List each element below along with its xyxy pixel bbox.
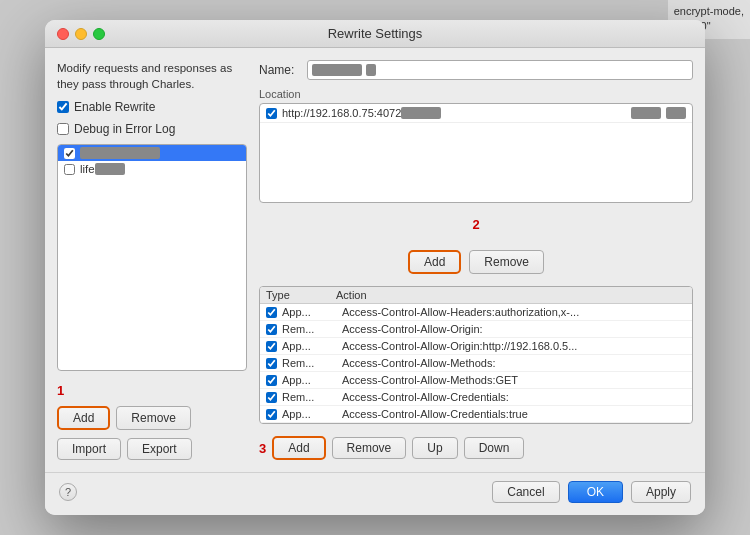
action-table: Type Action App... Access-Control-Allow-… [259,286,693,424]
action-checkbox-3[interactable] [266,358,277,369]
close-button[interactable] [57,28,69,40]
action-row-4[interactable]: App... Access-Control-Allow-Methods:GET [260,372,692,389]
action-row-5[interactable]: Rem... Access-Control-Allow-Credentials: [260,389,692,406]
action-type-1: Rem... [282,323,337,335]
action-value-0: Access-Control-Allow-Headers:authorizati… [342,306,686,318]
action-row-0[interactable]: App... Access-Control-Allow-Headers:auth… [260,304,692,321]
location-checkbox-1[interactable] [266,108,277,119]
location-add-button[interactable]: Add [408,250,461,274]
label-number-3: 3 [259,441,266,456]
location-url-1: http://192.168.0.75:4072 [282,107,626,119]
left-remove-button[interactable]: Remove [116,406,191,430]
action-value-3: Access-Control-Allow-Methods: [342,357,686,369]
rule-list: life [57,144,247,371]
location-extra-1 [631,107,661,119]
action-checkbox-0[interactable] [266,307,277,318]
action-type-4: App... [282,374,337,386]
header-action: Action [336,289,686,301]
action-type-5: Rem... [282,391,337,403]
left-add-remove-row: Add Remove [57,406,247,430]
action-value-2: Access-Control-Allow-Origin:http://192.1… [342,340,686,352]
action-value-4: Access-Control-Allow-Methods:GET [342,374,686,386]
action-table-header: Type Action [260,287,692,304]
action-remove-button[interactable]: Remove [332,437,407,459]
maximize-button[interactable] [93,28,105,40]
location-section: Location http://192.168.0.75:4072 [259,88,693,203]
action-add-button[interactable]: Add [272,436,325,460]
rule-checkbox-2[interactable] [64,164,75,175]
help-button[interactable]: ? [59,483,77,501]
right-panel: Name: Location http://192.168.0.75:4072 [259,60,693,460]
window-title: Rewrite Settings [328,26,423,41]
enable-rewrite-checkbox[interactable] [57,101,69,113]
dialog-window: Rewrite Settings Modify requests and res… [45,20,705,515]
rule-item-2[interactable]: life [58,161,246,177]
action-type-3: Rem... [282,357,337,369]
action-down-button[interactable]: Down [464,437,525,459]
action-value-6: Access-Control-Allow-Credentials:true [342,408,686,420]
action-checkbox-2[interactable] [266,341,277,352]
action-checkbox-5[interactable] [266,392,277,403]
location-row-1[interactable]: http://192.168.0.75:4072 [260,104,692,123]
debug-log-label: Debug in Error Log [74,122,175,136]
location-remove-button[interactable]: Remove [469,250,544,274]
location-header: Location [259,88,693,100]
description-text: Modify requests and responses as they pa… [57,60,247,92]
action-checkbox-1[interactable] [266,324,277,335]
left-add-button[interactable]: Add [57,406,110,430]
rule-item-1[interactable] [58,145,246,161]
location-table: http://192.168.0.75:4072 [259,103,693,203]
action-row-6[interactable]: App... Access-Control-Allow-Credentials:… [260,406,692,423]
left-import-export-row: Import Export [57,438,247,460]
name-value-blurred2 [366,64,376,76]
left-import-button[interactable]: Import [57,438,121,460]
dialog-footer: ? Cancel OK Apply [45,472,705,515]
dialog-body: Modify requests and responses as they pa… [45,48,705,472]
bottom-action-row: 3 Add Remove Up Down [259,436,693,460]
location-add-remove-row: Add Remove [259,250,693,274]
enable-rewrite-label: Enable Rewrite [74,100,155,114]
action-value-5: Access-Control-Allow-Credentials: [342,391,686,403]
action-checkbox-6[interactable] [266,409,277,420]
label-number-1: 1 [57,383,247,398]
action-row-1[interactable]: Rem... Access-Control-Allow-Origin: [260,321,692,338]
location-extra-2 [666,107,686,119]
ok-button[interactable]: OK [568,481,623,503]
action-row-3[interactable]: Rem... Access-Control-Allow-Methods: [260,355,692,372]
titlebar: Rewrite Settings [45,20,705,48]
action-type-6: App... [282,408,337,420]
debug-log-row[interactable]: Debug in Error Log [57,122,247,136]
apply-button[interactable]: Apply [631,481,691,503]
minimize-button[interactable] [75,28,87,40]
name-label: Name: [259,63,299,77]
header-type: Type [266,289,336,301]
mid-number: 2 [259,211,693,238]
enable-rewrite-row[interactable]: Enable Rewrite [57,100,247,114]
action-checkbox-4[interactable] [266,375,277,386]
name-value-blurred [312,64,362,76]
rule-checkbox-1[interactable] [64,148,75,159]
name-field-row: Name: [259,60,693,80]
action-row-2[interactable]: App... Access-Control-Allow-Origin:http:… [260,338,692,355]
left-export-button[interactable]: Export [127,438,192,460]
action-value-1: Access-Control-Allow-Origin: [342,323,686,335]
action-up-button[interactable]: Up [412,437,457,459]
action-type-2: App... [282,340,337,352]
traffic-lights [57,28,105,40]
debug-log-checkbox[interactable] [57,123,69,135]
action-type-0: App... [282,306,337,318]
rule-label-1 [80,147,160,159]
left-panel: Modify requests and responses as they pa… [57,60,247,460]
cancel-button[interactable]: Cancel [492,481,559,503]
